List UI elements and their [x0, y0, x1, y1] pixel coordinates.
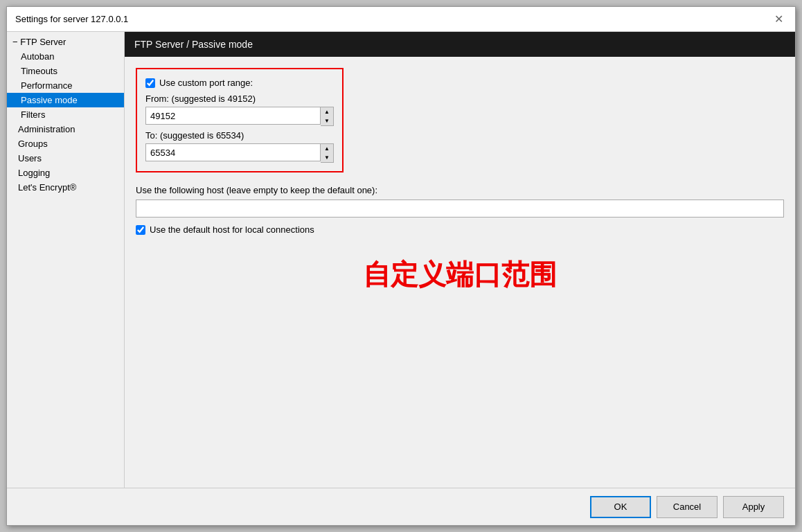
- ok-button[interactable]: OK: [590, 496, 651, 518]
- apply-button[interactable]: Apply: [723, 496, 784, 518]
- panel-content: Use custom port range: From: (suggested …: [125, 57, 795, 488]
- sidebar-item-label: Administration: [18, 124, 75, 134]
- use-custom-port-label[interactable]: Use custom port range:: [159, 78, 253, 88]
- main-panel: FTP Server / Passive mode Use custom por…: [125, 32, 795, 488]
- sidebar-item-label: Let's Encrypt®: [18, 182, 76, 193]
- sidebar-item-letsencrypt[interactable]: Let's Encrypt®: [7, 180, 124, 195]
- to-input[interactable]: 65534: [145, 143, 321, 161]
- sidebar-item-label: Autoban: [21, 51, 54, 62]
- sidebar-item-autoban[interactable]: Autoban: [7, 49, 124, 64]
- default-host-label[interactable]: Use the default host for local connectio…: [150, 224, 314, 235]
- default-host-checkbox[interactable]: [136, 225, 145, 235]
- sidebar-item-label: Logging: [18, 168, 50, 178]
- from-spin-down[interactable]: ▼: [321, 116, 333, 125]
- host-section: Use the following host (leave empty to k…: [136, 185, 784, 235]
- cancel-button[interactable]: Cancel: [657, 496, 718, 518]
- to-spin-up[interactable]: ▲: [321, 144, 333, 153]
- sidebar-item-label: Filters: [21, 109, 45, 120]
- from-input[interactable]: 49152: [145, 107, 321, 125]
- main-window: Settings for server 127.0.0.1 ✕ − FTP Se…: [6, 6, 796, 526]
- sidebar-item-performance[interactable]: Performance: [7, 78, 124, 93]
- window-title: Settings for server 127.0.0.1: [15, 14, 128, 24]
- content-area: − FTP Server Autoban Timeouts Performanc…: [7, 32, 795, 488]
- sidebar-item-groups[interactable]: Groups: [7, 136, 124, 151]
- sidebar-item-users[interactable]: Users: [7, 151, 124, 166]
- sidebar-item-label: Performance: [21, 80, 72, 91]
- sidebar-item-label: Users: [18, 153, 42, 163]
- to-label: To: (suggested is 65534): [145, 130, 334, 141]
- watermark-text: 自定义端口范围: [136, 256, 784, 294]
- panel-header: FTP Server / Passive mode: [125, 32, 795, 57]
- port-range-box: Use custom port range: From: (suggested …: [136, 68, 344, 172]
- from-spin-up[interactable]: ▲: [321, 107, 333, 116]
- panel-header-text: FTP Server / Passive mode: [134, 39, 253, 50]
- sidebar-item-label: Passive mode: [21, 95, 78, 105]
- from-spin-buttons: ▲ ▼: [321, 107, 334, 126]
- sidebar-item-filters[interactable]: Filters: [7, 107, 124, 122]
- close-button[interactable]: ✕: [770, 11, 787, 28]
- host-input[interactable]: [136, 200, 784, 218]
- sidebar-item-label: − FTP Server: [12, 37, 66, 47]
- to-spinbox: 65534 ▲ ▼: [145, 143, 334, 163]
- sidebar-item-label: Groups: [18, 139, 48, 149]
- sidebar-item-administration[interactable]: Administration: [7, 122, 124, 136]
- host-label: Use the following host (leave empty to k…: [136, 185, 784, 195]
- sidebar-item-ftpserver[interactable]: − FTP Server: [7, 35, 124, 49]
- from-spinbox: 49152 ▲ ▼: [145, 107, 334, 126]
- use-custom-port-checkbox[interactable]: [145, 78, 155, 88]
- sidebar-item-logging[interactable]: Logging: [7, 166, 124, 180]
- to-spin-buttons: ▲ ▼: [321, 143, 334, 163]
- title-bar: Settings for server 127.0.0.1 ✕: [7, 7, 795, 32]
- to-spin-down[interactable]: ▼: [321, 153, 333, 162]
- from-label: From: (suggested is 49152): [145, 94, 334, 104]
- custom-port-range-row: Use custom port range:: [145, 78, 334, 88]
- sidebar: − FTP Server Autoban Timeouts Performanc…: [7, 32, 125, 488]
- footer: OK Cancel Apply: [7, 488, 795, 525]
- default-host-row: Use the default host for local connectio…: [136, 224, 784, 235]
- sidebar-item-timeouts[interactable]: Timeouts: [7, 64, 124, 78]
- sidebar-item-label: Timeouts: [21, 66, 57, 76]
- sidebar-item-passivemode[interactable]: Passive mode: [7, 93, 124, 107]
